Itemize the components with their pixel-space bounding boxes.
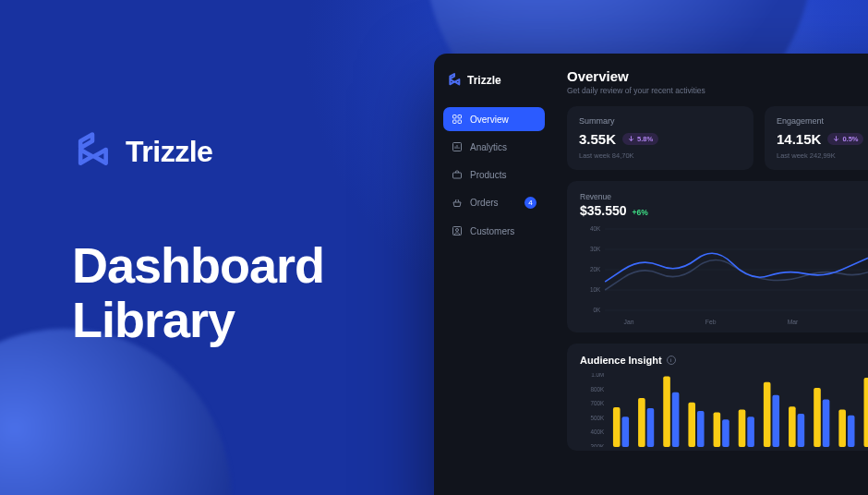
- summary-delta-pill: 5.8%: [622, 133, 658, 145]
- svg-rect-43: [789, 406, 796, 447]
- sidebar-item-label: Customers: [470, 226, 514, 236]
- svg-text:500K: 500K: [590, 415, 604, 421]
- engagement-sub: Last week 242,99K: [777, 151, 868, 160]
- svg-rect-35: [688, 403, 695, 447]
- svg-rect-40: [747, 417, 754, 447]
- basket-icon: [452, 198, 463, 209]
- revenue-card: Revenue $35.550 +6% 40K30K20K10K0KJanFeb…: [567, 181, 868, 332]
- svg-rect-29: [613, 407, 621, 447]
- svg-rect-0: [453, 115, 457, 119]
- trizzle-logo-icon: [72, 129, 113, 174]
- orders-badge: 4: [524, 197, 536, 209]
- arrow-down-icon: [628, 136, 634, 142]
- hero-brand-name: Trizzle: [126, 135, 212, 169]
- sidebar-item-label: Overview: [470, 115, 509, 125]
- svg-text:40K: 40K: [590, 225, 601, 232]
- svg-text:Mar: Mar: [788, 319, 799, 325]
- summary-card: Summary 3.55K 5.8% Last week 84,70K: [567, 106, 753, 170]
- svg-text:10K: 10K: [590, 286, 601, 293]
- svg-point-7: [456, 229, 459, 232]
- engagement-card: Engagement 14.15K 0.5% Last week 242,99K: [765, 106, 868, 170]
- svg-rect-34: [672, 392, 680, 447]
- revenue-line-chart: 40K30K20K10K0KJanFebMarAprMay: [580, 225, 868, 327]
- svg-text:30K: 30K: [590, 246, 601, 252]
- svg-rect-46: [823, 400, 830, 447]
- svg-text:800K: 800K: [590, 386, 604, 392]
- engagement-delta-pill: 0.5%: [827, 133, 863, 145]
- briefcase-icon: [452, 169, 463, 180]
- svg-rect-31: [638, 398, 645, 447]
- grid-icon: [452, 114, 463, 125]
- svg-rect-39: [739, 409, 746, 447]
- trizzle-logo-icon: [447, 72, 462, 89]
- main-content: Overview Get daily review of your recent…: [554, 54, 868, 495]
- sidebar-brand[interactable]: Trizzle: [443, 68, 545, 103]
- dashboard-window: Trizzle Overview Analytics Products Orde…: [434, 54, 868, 495]
- svg-rect-32: [647, 408, 655, 447]
- svg-rect-49: [864, 378, 868, 447]
- sidebar: Trizzle Overview Analytics Products Orde…: [434, 54, 554, 495]
- engagement-label: Engagement: [777, 116, 868, 126]
- sidebar-item-products[interactable]: Products: [443, 163, 545, 187]
- audience-card: Audience Insight i ••• 1.0M800K700K500K4…: [567, 344, 868, 451]
- svg-rect-38: [722, 419, 729, 447]
- revenue-delta: +6%: [633, 208, 648, 217]
- svg-rect-37: [714, 413, 721, 447]
- arrow-down-icon: [833, 136, 839, 142]
- svg-text:700K: 700K: [590, 400, 604, 406]
- svg-text:Feb: Feb: [705, 319, 717, 325]
- revenue-label: Revenue: [580, 192, 868, 201]
- page-subtitle: Get daily review of your recent activiti…: [567, 86, 868, 95]
- sidebar-item-label: Products: [470, 170, 506, 180]
- svg-rect-6: [453, 227, 462, 235]
- sidebar-item-label: Analytics: [470, 142, 507, 152]
- svg-rect-42: [772, 395, 779, 447]
- svg-rect-5: [453, 173, 462, 178]
- user-icon: [452, 225, 463, 236]
- svg-rect-1: [458, 115, 462, 119]
- svg-rect-33: [663, 377, 670, 447]
- svg-rect-45: [814, 388, 821, 447]
- sidebar-item-label: Orders: [470, 198, 499, 208]
- audience-title: Audience Insight: [580, 355, 662, 366]
- sidebar-item-analytics[interactable]: Analytics: [443, 135, 545, 159]
- sidebar-item-overview[interactable]: Overview: [443, 107, 545, 131]
- svg-rect-30: [621, 417, 629, 447]
- audience-bar-chart: 1.0M800K700K500K400K300K: [580, 373, 868, 447]
- svg-rect-47: [838, 409, 846, 447]
- sidebar-item-orders[interactable]: Orders 4: [443, 190, 545, 215]
- svg-text:400K: 400K: [590, 429, 604, 435]
- page-title: Overview: [567, 68, 868, 84]
- svg-rect-48: [848, 416, 855, 447]
- summary-label: Summary: [579, 116, 741, 126]
- svg-text:1.0M: 1.0M: [591, 373, 604, 378]
- sidebar-brand-name: Trizzle: [467, 74, 501, 87]
- svg-rect-36: [697, 411, 705, 447]
- svg-rect-41: [764, 382, 771, 447]
- svg-rect-3: [458, 120, 462, 124]
- svg-text:300K: 300K: [590, 443, 604, 447]
- svg-rect-44: [798, 414, 805, 447]
- svg-text:0K: 0K: [594, 307, 601, 313]
- summary-value: 3.55K: [579, 131, 616, 147]
- chart-icon: [452, 141, 463, 152]
- info-icon[interactable]: i: [667, 356, 676, 365]
- hero-title-line1: Dashboard: [72, 238, 324, 293]
- svg-text:20K: 20K: [590, 266, 601, 272]
- revenue-value: $35.550: [580, 203, 627, 218]
- sidebar-item-customers[interactable]: Customers: [443, 219, 545, 243]
- summary-sub: Last week 84,70K: [579, 151, 741, 160]
- svg-rect-2: [453, 120, 457, 124]
- svg-text:Jan: Jan: [624, 319, 634, 325]
- hero-title-line2: Library: [72, 293, 324, 347]
- engagement-value: 14.15K: [777, 131, 821, 147]
